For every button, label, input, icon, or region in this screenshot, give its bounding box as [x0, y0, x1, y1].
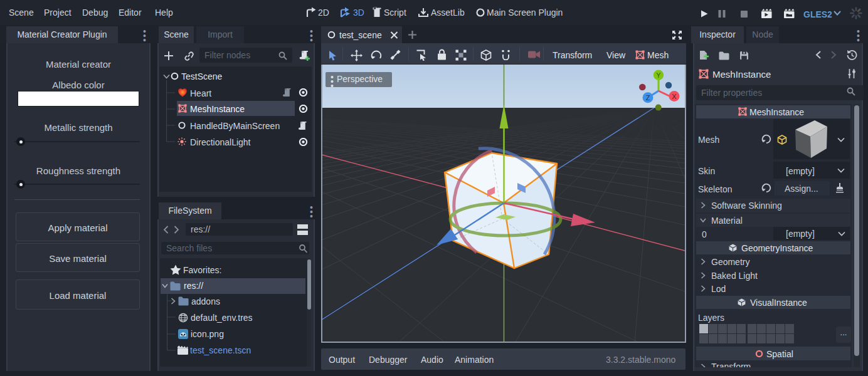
svg-text:Z: Z [646, 94, 650, 102]
svg-text:X: X [672, 93, 677, 100]
svg-text:Y: Y [656, 71, 661, 79]
